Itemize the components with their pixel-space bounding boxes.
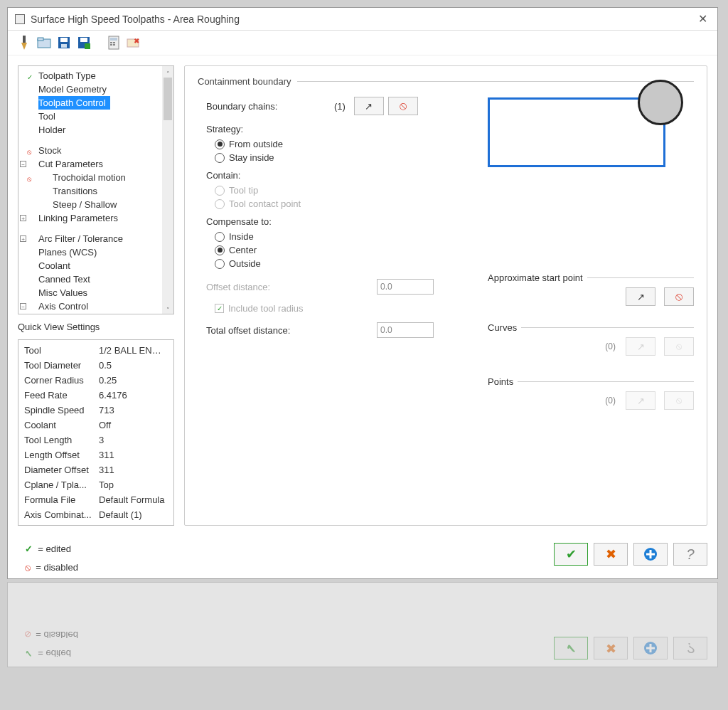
boundary-clear-button[interactable]: [388, 97, 418, 115]
boundary-select-button[interactable]: [354, 97, 384, 115]
folder-icon[interactable]: [36, 35, 52, 51]
svg-marker-1: [21, 43, 27, 50]
tree-item[interactable]: −Cut Parameters: [20, 157, 172, 171]
tree-item[interactable]: Steep / Shallow: [20, 198, 172, 211]
legend-edited: = edited: [38, 544, 71, 554]
tree-item[interactable]: +Linking Parameters: [20, 211, 172, 225]
svg-point-21: [644, 642, 657, 655]
comp-inside[interactable]: Inside: [215, 231, 694, 242]
approx-start-select-button[interactable]: [626, 287, 655, 306]
tool-icon[interactable]: [16, 35, 32, 51]
boundary-chains-label: Boundary chains:: [206, 101, 334, 112]
comp-outside-label: Outside: [229, 258, 261, 269]
points-clear-button: ⦸: [664, 391, 694, 410]
curves-select-button: [626, 337, 655, 356]
offset-distance-label: Offset distance:: [206, 282, 334, 292]
scroll-thumb[interactable]: [164, 78, 172, 120]
help-button[interactable]: ?: [673, 543, 707, 566]
quick-view-row: Tool1/2 BALL ENDMI...: [24, 343, 168, 358]
svg-rect-15: [113, 44, 115, 46]
plus-circle-icon: [643, 547, 658, 561]
close-button[interactable]: ✕: [695, 12, 710, 26]
quick-view-row: Cplane / Tpla...Top: [24, 477, 168, 492]
radio-icon: [215, 245, 225, 255]
quick-view-row: Length Offset311: [24, 447, 168, 462]
radio-icon: [215, 232, 225, 242]
radio-icon: [215, 153, 225, 163]
legend-disabled: = disabled: [36, 562, 78, 573]
svg-rect-5: [60, 38, 68, 42]
tree-item[interactable]: Planes (WCS): [20, 245, 172, 259]
tree-item[interactable]: Toolpath Control: [38, 96, 110, 110]
cancel-icon: ✖: [606, 546, 616, 562]
approx-start-label: Approximate start point: [488, 272, 583, 283]
legend: ✓ = edited ⦸ = disabled: [21, 540, 78, 577]
points-group: Points (0) ⦸: [488, 376, 694, 410]
tree-item[interactable]: Holder: [20, 123, 172, 137]
dialog-footer: ✓ = edited ⦸ = disabled ✔ ✖ ?: [8, 536, 717, 578]
include-radius-label: Include tool radius: [228, 303, 304, 314]
quick-view-row: Spindle Speed713: [24, 403, 168, 418]
quick-view-row: Corner Radius0.25: [24, 373, 168, 388]
radio-icon: [215, 186, 225, 196]
preview-boundary: [488, 97, 665, 167]
quick-view-row: Tool Length3: [24, 433, 168, 447]
comp-center[interactable]: Center: [215, 245, 694, 255]
cancel-button[interactable]: ✖: [594, 543, 628, 566]
svg-rect-11: [110, 38, 117, 41]
tree-item[interactable]: Tool: [20, 110, 172, 123]
tree-item[interactable]: Transitions: [20, 184, 172, 198]
svg-rect-6: [61, 44, 67, 48]
svg-rect-0: [23, 36, 26, 43]
preview-tool-icon: [638, 80, 683, 125]
tree-item[interactable]: ✓Toolpath Type: [20, 69, 172, 83]
nav-tree[interactable]: ✓Toolpath TypeModel GeometryToolpath Con…: [18, 65, 174, 314]
calculator-icon[interactable]: [106, 35, 122, 51]
folder-delete-icon[interactable]: ✖: [126, 35, 141, 51]
contain-tool-contact-label: Tool contact point: [229, 198, 301, 209]
save-icon[interactable]: [56, 35, 72, 51]
include-radius-checkbox: ✓: [215, 304, 224, 313]
tree-item[interactable]: −Axis Control: [20, 300, 172, 313]
svg-rect-20: [646, 553, 655, 556]
comp-outside[interactable]: Outside: [215, 258, 694, 269]
points-count: (0): [605, 396, 616, 406]
tree-item[interactable]: ⦸Trochoidal motion: [20, 171, 172, 184]
tree-item[interactable]: +Arc Filter / Tolerance: [20, 232, 172, 245]
tree-item[interactable]: Coolant: [20, 259, 172, 272]
strategy-from-outside-label: From outside: [229, 139, 283, 149]
tree-item[interactable]: Canned Text: [20, 272, 172, 286]
total-offset-input: [377, 322, 434, 338]
approx-start-group: Approximate start point: [488, 272, 694, 306]
tree-item[interactable]: ⦸Stock: [20, 144, 172, 157]
svg-rect-14: [110, 44, 112, 46]
scroll-up-icon[interactable]: ˄: [164, 68, 172, 76]
add-button[interactable]: [633, 543, 668, 566]
check-icon: ✔: [566, 546, 577, 562]
scrollbar-track[interactable]: ˄ ˅: [162, 66, 173, 314]
curves-count: (0): [605, 341, 616, 351]
ok-button[interactable]: ✔: [554, 543, 588, 566]
dialog-window: Surface High Speed Toolpaths - Area Roug…: [7, 7, 718, 579]
tree-item[interactable]: Misc Values: [20, 286, 172, 300]
svg-rect-12: [110, 42, 112, 43]
offset-distance-input: [377, 279, 434, 295]
save-green-icon[interactable]: [76, 35, 92, 51]
preview-area: [488, 95, 694, 167]
window-title: Surface High Speed Toolpaths - Area Roug…: [31, 14, 695, 25]
scroll-down-icon[interactable]: ˅: [164, 304, 172, 312]
tree-item[interactable]: Model Geometry: [20, 83, 172, 96]
clear-icon: [400, 100, 407, 112]
approx-start-clear-button[interactable]: [664, 287, 694, 306]
svg-rect-23: [646, 647, 655, 650]
svg-rect-22: [650, 644, 652, 652]
cursor-icon: [365, 101, 373, 112]
radio-icon: [215, 259, 225, 269]
strategy-stay-inside-label: Stay inside: [229, 152, 274, 163]
containment-group-title: Containment boundary: [198, 76, 291, 87]
quick-view-row: CoolantOff: [24, 418, 168, 433]
app-icon: [15, 14, 25, 24]
boundary-chains-count: (1): [334, 101, 346, 112]
cursor-icon: [637, 396, 645, 406]
clear-icon: [675, 290, 682, 303]
